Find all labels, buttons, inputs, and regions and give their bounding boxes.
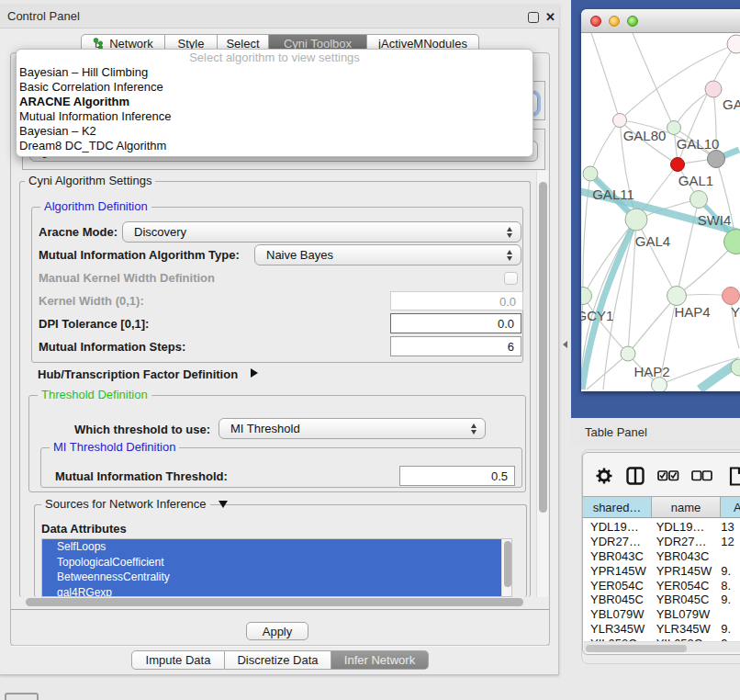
combo-arrows-icon bbox=[507, 250, 513, 261]
dropdown-item[interactable]: Mutual Information Inference bbox=[17, 109, 533, 124]
network-node-n-salmon[interactable] bbox=[723, 288, 740, 305]
dropdown-item[interactable]: ARACNE Algorithm bbox=[17, 95, 533, 109]
network-node-n-swi4[interactable] bbox=[690, 191, 708, 209]
mi-steps-field[interactable]: 6 bbox=[390, 336, 521, 356]
settings-vscrollbar-thumb[interactable] bbox=[539, 182, 547, 513]
column-header[interactable]: shared… bbox=[583, 496, 652, 518]
table-cell bbox=[712, 607, 740, 622]
table-cell: YDL19… bbox=[648, 520, 713, 535]
table-cell: YER054C bbox=[583, 579, 648, 593]
network-node-n-gal80[interactable] bbox=[613, 114, 627, 128]
network-node-n-topright[interactable] bbox=[727, 35, 740, 53]
network-node-label: Y bbox=[731, 304, 740, 320]
settings-vscrollbar[interactable] bbox=[536, 171, 548, 597]
network-view-window[interactable]: GALGAL80GAL10GAL1GAL11SWI4GAL4GCY1HAP4YH… bbox=[581, 9, 740, 391]
algorithm-definition-title: Algorithm Definition bbox=[40, 200, 151, 213]
zoom-traffic-light-icon[interactable] bbox=[627, 16, 638, 27]
control-panel-titlebar[interactable] bbox=[0, 5, 559, 28]
column-header[interactable]: name bbox=[652, 496, 721, 518]
dpi-tolerance-label: DPI Tolerance [0,1]: bbox=[39, 317, 149, 331]
splitter-arrow-icon[interactable] bbox=[563, 341, 567, 348]
unchecked-boxes-icon[interactable] bbox=[692, 471, 712, 480]
attr-list-scrollbar[interactable] bbox=[501, 539, 511, 596]
minimize-traffic-light-icon[interactable] bbox=[609, 16, 620, 27]
tab-infer-network[interactable]: Infer Network bbox=[331, 650, 429, 670]
network-node-n-gal10-gray[interactable] bbox=[708, 151, 725, 168]
table-cell: YDR27… bbox=[648, 535, 713, 549]
table-row[interactable]: YBR043CYBR043C bbox=[583, 549, 740, 564]
table-window: shared…nameA YDL19…YDL19…13YDR27…YDR27…1… bbox=[582, 452, 740, 655]
gear-icon[interactable] bbox=[597, 469, 612, 484]
mi-type-label: Mutual Information Algorithm Type: bbox=[39, 248, 240, 262]
manual-kernel-checkbox[interactable] bbox=[504, 272, 518, 285]
settings-hscrollbar[interactable] bbox=[20, 597, 548, 606]
network-edge bbox=[628, 296, 677, 354]
network-canvas[interactable]: GALGAL80GAL10GAL1GAL11SWI4GAL4GCY1HAP4YH… bbox=[581, 33, 740, 391]
network-node-n-gal4[interactable] bbox=[625, 209, 647, 231]
table-row[interactable]: YBL079WYBL079W bbox=[583, 607, 740, 622]
table-cell: YLR345W bbox=[648, 622, 713, 637]
table-cell: YBR043C bbox=[583, 549, 648, 564]
data-attributes-label: Data Attributes bbox=[41, 522, 127, 536]
mi-threshold-field[interactable]: 0.5 bbox=[399, 466, 515, 486]
network-node-n-hap2[interactable] bbox=[621, 346, 635, 361]
attribute-list-item[interactable]: gal4RGexp bbox=[42, 585, 511, 598]
network-node-n-right-green[interactable] bbox=[724, 230, 740, 254]
settings-hscrollbar-thumb[interactable] bbox=[26, 598, 523, 606]
attr-list-scrollbar-thumb[interactable] bbox=[504, 541, 511, 587]
attribute-list-item[interactable]: BetweennessCentrality bbox=[42, 570, 511, 585]
table-cell bbox=[712, 549, 740, 564]
table-cell: YPR145W bbox=[648, 564, 713, 579]
tab-discretize-data[interactable]: Discretize Data bbox=[225, 650, 331, 670]
network-node-n-gal1-red[interactable] bbox=[671, 158, 685, 172]
close-icon[interactable]: ✕ bbox=[545, 10, 555, 24]
table-panel-titlebar[interactable]: Table Panel bbox=[571, 418, 740, 446]
document-icon[interactable] bbox=[731, 469, 740, 485]
close-traffic-light-icon[interactable] bbox=[590, 16, 601, 27]
aracne-mode-combo[interactable]: Discovery bbox=[122, 221, 521, 243]
checked-boxes-icon[interactable] bbox=[658, 471, 678, 480]
network-node-label: GAL10 bbox=[677, 136, 720, 152]
table-row[interactable]: YDR27…YDR27…12 bbox=[583, 535, 740, 549]
table-row[interactable]: YPR145WYPR145W9. bbox=[583, 564, 740, 579]
network-node-n-hap4[interactable] bbox=[667, 287, 687, 306]
hub-definition-label[interactable]: Hub/Transcription Factor Definition bbox=[38, 367, 238, 381]
dropdown-item[interactable]: Bayesian – K2 bbox=[17, 124, 533, 139]
network-node-n-gal-pink[interactable] bbox=[705, 81, 722, 97]
network-node-label: GAL bbox=[723, 96, 740, 112]
network-node-label: HAP2 bbox=[633, 364, 669, 379]
expand-arrow-icon[interactable] bbox=[251, 368, 258, 378]
float-window-icon[interactable] bbox=[528, 12, 539, 23]
network-node-n-gcy1[interactable] bbox=[581, 288, 592, 305]
dropdown-item[interactable]: Bayesian – Hill Climbing bbox=[17, 65, 533, 80]
which-threshold-label: Which threshold to use: bbox=[74, 423, 210, 436]
table-row[interactable]: YER054CYER054C8. bbox=[583, 579, 740, 593]
split-columns-icon[interactable] bbox=[628, 469, 644, 484]
collapse-arrow-icon[interactable] bbox=[219, 501, 228, 508]
dropdown-item[interactable]: Basic Correlation Inference bbox=[17, 80, 533, 95]
network-edge bbox=[636, 220, 677, 296]
attribute-list-item[interactable]: SelfLoops bbox=[42, 539, 511, 555]
table-hscrollbar-thumb[interactable] bbox=[586, 645, 687, 652]
apply-button[interactable]: Apply bbox=[246, 622, 308, 640]
dpi-tolerance-field[interactable]: 0.0 bbox=[390, 313, 521, 333]
network-window-titlebar[interactable] bbox=[581, 9, 740, 33]
mi-type-combo[interactable]: Naive Bayes bbox=[254, 244, 521, 265]
table-row[interactable]: YBR045CYBR045C9. bbox=[583, 593, 740, 607]
attribute-list-item[interactable]: TopologicalCoefficient bbox=[42, 555, 511, 570]
dropdown-item[interactable]: Dream8 DC_TDC Algorithm bbox=[17, 139, 533, 153]
table-row[interactable]: YDL19…YDL19…13 bbox=[583, 520, 740, 535]
network-node-n-gal11[interactable] bbox=[583, 166, 598, 181]
tab-impute-data[interactable]: Impute Data bbox=[131, 650, 225, 670]
network-edge bbox=[590, 120, 620, 174]
kernel-width-field[interactable]: 0.0 bbox=[390, 291, 523, 310]
which-threshold-combo[interactable]: MI Threshold bbox=[219, 418, 486, 439]
combo-arrows-icon bbox=[471, 423, 477, 435]
table-cell: YBR043C bbox=[648, 549, 713, 564]
table-row[interactable]: YLR345WYLR345W9. bbox=[583, 622, 740, 637]
column-header[interactable]: A bbox=[721, 496, 740, 518]
table-hscrollbar[interactable] bbox=[584, 641, 740, 652]
network-node-n-gal10-green[interactable] bbox=[667, 121, 681, 135]
cytopanel-dock-button[interactable] bbox=[5, 693, 39, 700]
table-cell: YBR045C bbox=[583, 593, 648, 607]
